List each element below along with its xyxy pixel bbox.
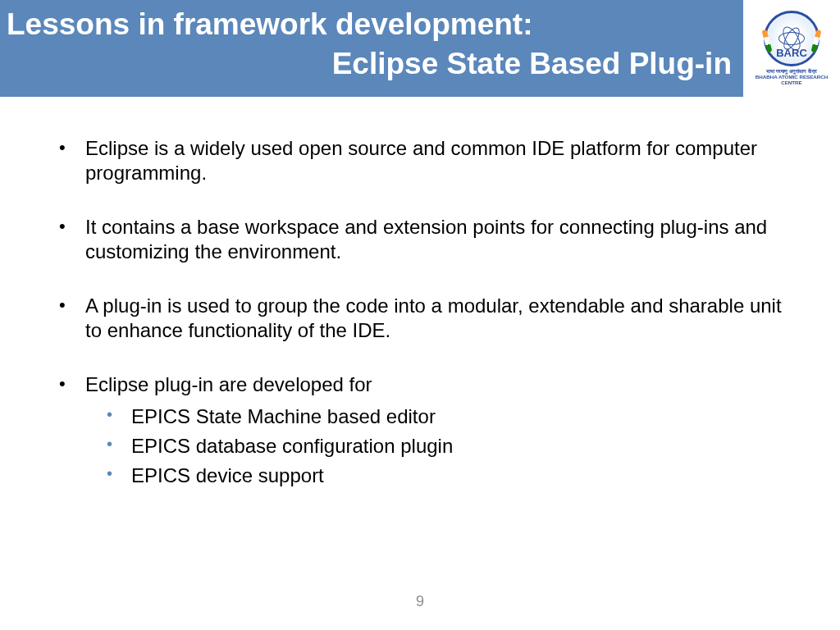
sub-bullet-list: EPICS State Machine based editor EPICS d… [85,402,791,491]
logo-emblem-icon: BARC [764,11,819,66]
barc-logo: BARC भाभा परमाणु अनुसंधान केंद्र BHABHA … [743,0,840,97]
logo-org-name: भाभा परमाणु अनुसंधान केंद्र BHABHA ATOMI… [746,69,837,85]
bullet-text: Eclipse plug-in are developed for [85,373,372,395]
main-bullet-list: Eclipse is a widely used open source and… [56,136,791,491]
bullet-item: It contains a base workspace and extensi… [56,215,791,264]
page-number: 9 [0,593,840,610]
bullet-item: A plug-in is used to group the code into… [56,294,791,343]
bullet-item: Eclipse is a widely used open source and… [56,136,791,185]
title-line-2: Eclipse State Based Plug-in [7,46,840,82]
slide-header: Lessons in framework development: Eclips… [0,0,840,97]
bullet-item: Eclipse plug-in are developed for EPICS … [56,372,791,491]
logo-acronym: BARC [766,47,817,59]
title-line-1: Lessons in framework development: [7,7,840,43]
sub-bullet-item: EPICS State Machine based editor [85,402,791,431]
slide-content: Eclipse is a widely used open source and… [0,97,840,491]
sub-bullet-item: EPICS device support [85,461,791,491]
sub-bullet-item: EPICS database configuration plugin [85,431,791,461]
logo-org-english: BHABHA ATOMIC RESEARCH CENTRE [746,75,837,86]
